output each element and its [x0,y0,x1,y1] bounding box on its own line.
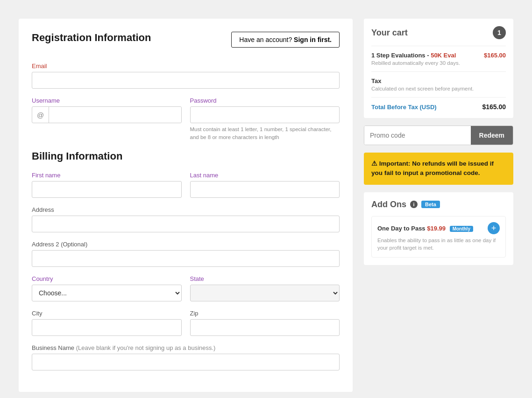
password-input[interactable] [190,106,340,123]
password-label: Password [190,97,340,104]
billing-title: Billing Information [32,150,340,162]
cart-tax-subtitle: Calculated on next screen before payment… [371,86,506,91]
state-select[interactable] [190,285,340,301]
addon-price: $19.99 [427,225,446,232]
address2-input[interactable] [32,250,340,267]
business-name-hint: (Leave blank if you're not signing up as… [76,344,216,351]
address2-label: Address 2 (Optional) [32,241,340,248]
email-input[interactable] [32,72,340,89]
zip-input[interactable] [190,319,340,336]
first-name-label: First name [32,172,182,179]
promo-row: Redeem [364,126,513,145]
cart-item: 1 Step Evaluations - 50K Eval $165.00 Re… [371,46,506,71]
addon-monthly-badge: Monthly [450,226,473,232]
address-input[interactable] [32,216,340,232]
addon-description: Enables the ability to pass in as little… [377,237,500,251]
promo-input[interactable] [364,126,471,145]
addons-section: Add Ons i Beta One Day to Pass $19.99 Mo… [364,192,513,265]
cart-badge: 1 [493,26,506,39]
last-name-label: Last name [190,172,340,179]
city-input[interactable] [32,319,182,336]
registration-title: Registration Information [32,32,151,44]
email-label: Email [32,63,340,70]
cart-item-name: 1 Step Evaluations - 50K Eval [371,52,479,59]
cart-item-subtitle: Rebilled automatically every 30 days. [371,60,506,66]
zip-label: Zip [190,310,340,317]
city-label: City [32,310,182,317]
beta-badge: Beta [421,201,440,208]
addon-title: One Day to Pass $19.99 Monthly [377,225,473,232]
cart-tax-label: Tax [371,77,506,84]
sign-in-button[interactable]: Have an account? Sign in first. [231,32,340,48]
cart-total-price: $165.00 [482,103,506,111]
addon-item: One Day to Pass $19.99 Monthly + Enables… [371,216,506,258]
redeem-button[interactable]: Redeem [471,126,513,145]
state-label: State [190,275,340,282]
cart-item-price: $165.00 [484,52,506,59]
username-wrapper: @ [32,106,182,123]
cart-title: Your cart [371,28,408,38]
country-select[interactable]: Choose... [32,285,182,301]
cart-tax-item: Tax Calculated on next screen before pay… [371,71,506,97]
business-name-label: Business Name (Leave blank if you're not… [32,344,340,351]
warning-box: ⚠ Important: No refunds will be issued i… [364,153,513,185]
country-label: Country [32,275,182,282]
address-label: Address [32,206,340,213]
cart-card: Your cart 1 1 Step Evaluations - 50K Eva… [364,19,513,118]
sign-in-text: Have an account? [239,36,292,43]
username-at-symbol: @ [32,107,49,123]
username-input[interactable] [49,107,181,123]
cart-total-row: Total Before Tax (USD) $165.00 [371,97,506,111]
info-icon: i [410,201,418,208]
addons-title: Add Ons [371,200,406,209]
cart-header: Your cart 1 [371,26,506,39]
password-hint: Must contain at least 1 letter, 1 number… [190,126,340,142]
sign-in-link: Sign in first. [294,36,332,43]
last-name-input[interactable] [190,181,340,198]
cart-total-label: Total Before Tax (USD) [371,104,437,111]
username-label: Username [32,97,182,104]
business-name-input[interactable] [32,354,340,370]
addons-header: Add Ons i Beta [371,200,506,209]
addon-add-button[interactable]: + [488,222,500,234]
first-name-input[interactable] [32,181,182,198]
